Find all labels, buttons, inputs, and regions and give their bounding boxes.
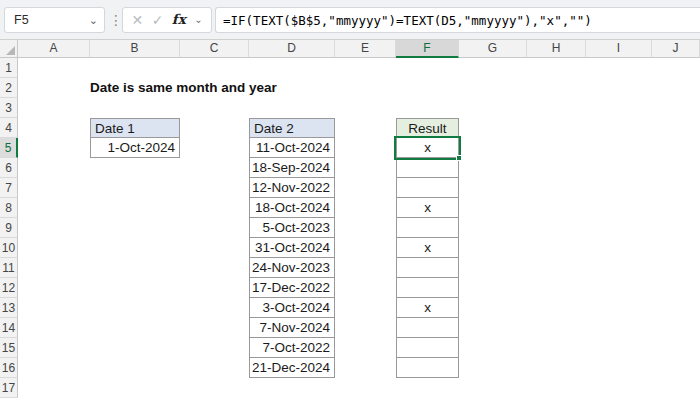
cancel-icon[interactable]: ✕ (131, 13, 143, 27)
row-header-4[interactable]: 4 (0, 118, 18, 138)
column-header-e[interactable]: E (335, 40, 396, 58)
cell-f16[interactable] (396, 358, 459, 378)
excel-window: F5 ⌄ ⋮ ✕ ✓ fx ⌄ =IF(TEXT($B$5,"mmyyyy")=… (0, 0, 700, 400)
column-header-f[interactable]: F (396, 40, 459, 58)
row-header-13[interactable]: 13 (0, 298, 18, 318)
insert-function-icon[interactable]: fx (172, 13, 186, 27)
cell-f14[interactable] (396, 318, 459, 338)
cell-f12[interactable] (396, 278, 459, 298)
cell-d10[interactable]: 31-Oct-2024 (249, 238, 335, 258)
row-header-17[interactable]: 17 (0, 378, 18, 398)
column-header-a[interactable]: A (18, 40, 90, 58)
select-all-triangle-icon (6, 46, 15, 55)
formula-input[interactable]: =IF(TEXT($B$5,"mmyyyy")=TEXT(D5,"mmyyyy"… (215, 7, 700, 33)
column-header-g[interactable]: G (459, 40, 527, 58)
row-header-5[interactable]: 5 (0, 138, 18, 158)
row-header-14[interactable]: 14 (0, 318, 18, 338)
column-header-d[interactable]: D (249, 40, 335, 58)
row-header-6[interactable]: 6 (0, 158, 18, 178)
cell-d15[interactable]: 7-Oct-2022 (249, 338, 335, 358)
enter-icon[interactable]: ✓ (152, 13, 164, 27)
cell-f9[interactable] (396, 218, 459, 238)
row-header-16[interactable]: 16 (0, 358, 18, 378)
row-header-12[interactable]: 12 (0, 278, 18, 298)
cell-d13[interactable]: 3-Oct-2024 (249, 298, 335, 318)
formula-bar-handle-icon: ⋮ (109, 0, 123, 40)
cell-d4-date2-header[interactable]: Date 2 (249, 118, 335, 138)
cell-b5-date1-value[interactable]: 1-Oct-2024 (90, 138, 180, 158)
row-header-15[interactable]: 15 (0, 338, 18, 358)
cell-b4-date1-header[interactable]: Date 1 (90, 118, 180, 138)
cell-d16[interactable]: 21-Dec-2024 (249, 358, 335, 378)
cell-d14[interactable]: 7-Nov-2024 (249, 318, 335, 338)
name-box-dropdown-icon[interactable]: ⌄ (89, 15, 98, 26)
worksheet-grid: ABCDEFGHIJ 1234567891011121314151617 Dat… (0, 40, 700, 400)
cell-d12[interactable]: 17-Dec-2022 (249, 278, 335, 298)
select-all-corner[interactable] (0, 40, 18, 58)
cell-d7[interactable]: 12-Nov-2022 (249, 178, 335, 198)
column-header-b[interactable]: B (90, 40, 180, 58)
cell-d9[interactable]: 5-Oct-2023 (249, 218, 335, 238)
column-header-c[interactable]: C (180, 40, 249, 58)
column-header-i[interactable]: I (586, 40, 652, 58)
name-box-value: F5 (14, 13, 29, 27)
row-header-9[interactable]: 9 (0, 218, 18, 238)
cell-f10[interactable]: x (396, 238, 459, 258)
cell-f5[interactable]: x (396, 138, 459, 158)
name-box[interactable]: F5 ⌄ (4, 7, 105, 33)
cell-d11[interactable]: 24-Nov-2023 (249, 258, 335, 278)
cell-d6[interactable]: 18-Sep-2024 (249, 158, 335, 178)
column-header-h[interactable]: H (527, 40, 586, 58)
cell-f6[interactable] (396, 158, 459, 178)
cell-b2-title[interactable]: Date is same month and year (90, 78, 277, 98)
formula-bar-buttons: ✕ ✓ fx ⌄ (122, 7, 212, 33)
row-header-2[interactable]: 2 (0, 78, 18, 98)
row-header-1[interactable]: 1 (0, 58, 18, 78)
row-header-3[interactable]: 3 (0, 98, 18, 118)
cell-f8[interactable]: x (396, 198, 459, 218)
formula-bar: F5 ⌄ ⋮ ✕ ✓ fx ⌄ =IF(TEXT($B$5,"mmyyyy")=… (0, 0, 700, 40)
cell-f15[interactable] (396, 338, 459, 358)
cell-d8[interactable]: 18-Oct-2024 (249, 198, 335, 218)
fx-dropdown-icon[interactable]: ⌄ (194, 15, 202, 25)
column-header-j[interactable]: J (652, 40, 700, 58)
row-header-8[interactable]: 8 (0, 198, 18, 218)
row-header-10[interactable]: 10 (0, 238, 18, 258)
cell-f7[interactable] (396, 178, 459, 198)
cell-f13[interactable]: x (396, 298, 459, 318)
cell-f11[interactable] (396, 258, 459, 278)
cell-d5[interactable]: 11-Oct-2024 (249, 138, 335, 158)
formula-text: =IF(TEXT($B$5,"mmyyyy")=TEXT(D5,"mmyyyy"… (223, 13, 592, 28)
row-header-7[interactable]: 7 (0, 178, 18, 198)
row-header-11[interactable]: 11 (0, 258, 18, 278)
cell-f4-result-header[interactable]: Result (396, 118, 459, 138)
